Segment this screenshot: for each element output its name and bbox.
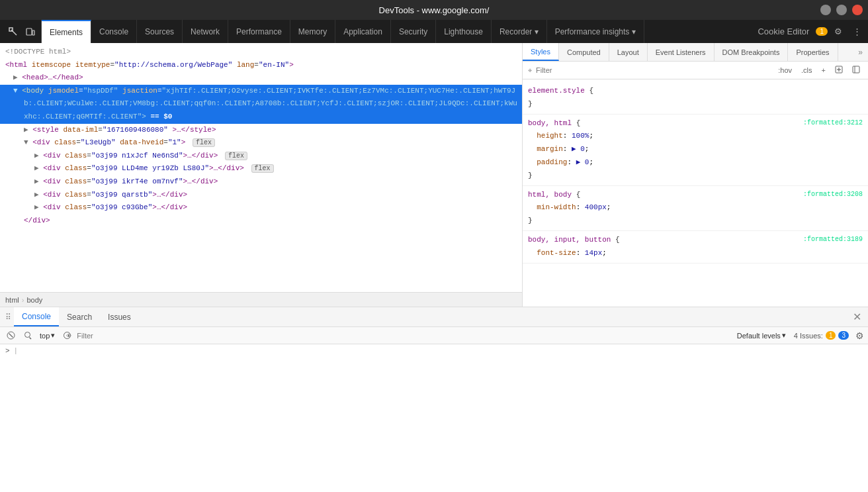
dom-line[interactable]: <!DOCTYPE html>	[0, 46, 522, 59]
tab-console-bottom[interactable]: Console	[14, 307, 59, 326]
dom-line[interactable]: ▼ <div class="L3eUgb" data-hveid="1"> fl…	[0, 136, 522, 150]
titlebar-title: DevTools - www.google.com/	[379, 5, 490, 15]
default-levels-dropdown[interactable]: Default levels ▾	[737, 331, 786, 340]
clear-console-button[interactable]	[4, 330, 18, 341]
tab-application[interactable]: Application	[335, 20, 391, 43]
inspect-element-button[interactable]	[7, 25, 20, 38]
tab-console[interactable]: Console	[91, 20, 137, 43]
hov-button[interactable]: :hov	[775, 65, 795, 75]
dom-line[interactable]: ▶ <div class="o3j99 LLD4me yr19Zb LS80J"…	[0, 162, 522, 175]
main-area: <!DOCTYPE html> <html itemscope itemtype…	[0, 43, 868, 307]
dom-tree[interactable]: <!DOCTYPE html> <html itemscope itemtype…	[0, 43, 522, 292]
info-badge: 3	[838, 331, 849, 340]
topbar: Elements Console Sources Network Perform…	[0, 20, 868, 43]
svg-rect-2	[26, 28, 32, 35]
titlebar: DevTools - www.google.com/ – □ ✕	[0, 0, 868, 20]
styles-tabs-more[interactable]: »	[858, 48, 868, 57]
css-rule-html-body: html, body { :formatted:3208 min-width: …	[523, 186, 868, 231]
cookie-editor-button[interactable]: Cookie Editor	[754, 24, 813, 39]
dom-line[interactable]: ▶ <div class="o3j99 ikrT4e om7nvf">…</di…	[0, 175, 522, 189]
dom-line[interactable]: </div>	[0, 215, 522, 228]
dom-line[interactable]: ▶ <div class="o3j99 c93Gbe">…</div>	[0, 201, 522, 215]
bottom-panel: ⠿ Console Search Issues ✕ top ▾	[0, 307, 868, 492]
css-rule-element-style: element.style { }	[523, 82, 868, 115]
styles-content: element.style { } body, html { :formatte…	[523, 79, 868, 307]
topbar-icon-area	[3, 20, 42, 43]
tab-issues-bottom[interactable]: Issues	[100, 307, 139, 326]
dom-line-continuation-end[interactable]: xhc:.CLIENT;qGMTIf:.CLIENT"> == $0	[0, 111, 522, 124]
svg-rect-3	[32, 30, 34, 35]
drag-handle[interactable]: ⠿	[3, 313, 14, 322]
more-options-button[interactable]: ⋮	[849, 24, 865, 39]
dom-line[interactable]: ▶ <style data-iml="1671609486080" >…</st…	[0, 124, 522, 137]
styles-filter-bar: ⌖ :hov .cls +	[523, 62, 868, 79]
styles-filter-input[interactable]	[536, 66, 771, 74]
svg-line-1	[11, 30, 17, 35]
dom-line-selected[interactable]: ▼ <body jsmodel="hspDDf" jsaction="xjhTI…	[0, 85, 522, 98]
add-style-button[interactable]: +	[819, 65, 828, 75]
styles-tabs: Styles Computed Layout Event Listeners D…	[523, 43, 868, 62]
breadcrumb-body[interactable]: body	[26, 296, 42, 304]
tab-search-bottom[interactable]: Search	[59, 307, 100, 326]
filter-icon: ⌖	[528, 66, 532, 75]
tab-memory[interactable]: Memory	[290, 20, 335, 43]
tab-network[interactable]: Network	[183, 20, 228, 43]
css-rule-body-input-button: body, input, button { :formatted:3189 fo…	[523, 231, 868, 264]
tab-properties[interactable]: Properties	[788, 43, 838, 61]
svg-text:👁: 👁	[66, 333, 71, 339]
css-source-link[interactable]: :formatted:3212	[803, 117, 863, 129]
cls-button[interactable]: .cls	[799, 65, 815, 75]
tab-computed[interactable]: Computed	[559, 43, 609, 61]
issues-summary: 4 Issues: 1 3	[794, 331, 849, 340]
tab-styles[interactable]: Styles	[523, 43, 559, 61]
warn-badge: 1	[826, 331, 836, 340]
css-source-link[interactable]: :formatted:3208	[803, 189, 863, 201]
minimize-button[interactable]: –	[820, 5, 831, 15]
dom-line-continuation[interactable]: b:.CLIENT;WCulWe:.CLIENT;VM8bg:.CLIENT;q…	[0, 97, 522, 111]
tab-event-listeners[interactable]: Event Listeners	[648, 43, 715, 61]
settings-button[interactable]: ⚙	[830, 24, 846, 39]
tab-layout[interactable]: Layout	[609, 43, 648, 61]
new-style-rule-button[interactable]	[832, 64, 846, 76]
dom-line[interactable]: ▶ <div class="o3j99 qarstb">…</div>	[0, 189, 522, 202]
maximize-button[interactable]: □	[836, 5, 847, 15]
titlebar-controls: – □ ✕	[820, 5, 863, 15]
tab-security[interactable]: Security	[391, 20, 436, 43]
css-rule-body-html: body, html { :formatted:3212 height: 100…	[523, 115, 868, 186]
console-content[interactable]: > |	[0, 344, 868, 492]
breadcrumb: html › body	[0, 292, 522, 307]
tab-elements[interactable]: Elements	[42, 20, 91, 43]
close-button[interactable]: ✕	[852, 5, 863, 15]
topbar-right-area: Cookie Editor 1 ⚙ ⋮	[754, 24, 865, 39]
dom-line[interactable]: ▶ <head>…</head>	[0, 72, 522, 85]
tab-recorder[interactable]: Recorder ▾	[492, 20, 547, 43]
console-context-selector[interactable]: top ▾	[37, 330, 58, 341]
css-source-link[interactable]: :formatted:3189	[803, 234, 863, 246]
breadcrumb-html[interactable]: html	[5, 296, 19, 304]
show-console-filter-button[interactable]	[21, 330, 34, 341]
console-settings-button[interactable]: ⚙	[855, 330, 864, 341]
elements-panel: <!DOCTYPE html> <html itemscope itemtype…	[0, 43, 523, 307]
close-drawer-button[interactable]: ✕	[849, 311, 865, 323]
tab-performance[interactable]: Performance	[228, 20, 290, 43]
show-live-expression-button[interactable]: 👁	[60, 330, 74, 341]
console-filter-input[interactable]	[77, 332, 734, 340]
console-toolbar: top ▾ 👁 Default levels ▾ 4 Issues: 1 3 ⚙	[0, 327, 868, 344]
tab-dom-breakpoints[interactable]: DOM Breakpoints	[715, 43, 789, 61]
tab-sources[interactable]: Sources	[137, 20, 183, 43]
svg-point-11	[25, 332, 30, 338]
tab-lighthouse[interactable]: Lighthouse	[436, 20, 492, 43]
styles-panel: Styles Computed Layout Event Listeners D…	[523, 43, 868, 307]
svg-line-10	[9, 334, 13, 338]
svg-rect-7	[853, 66, 859, 73]
toggle-sidebar-button[interactable]	[849, 64, 863, 76]
console-prompt: > |	[5, 347, 18, 355]
tab-performance-insights[interactable]: Performance insights ▾	[547, 20, 644, 43]
dom-line[interactable]: <html itemscope itemtype="http://schema.…	[0, 59, 522, 72]
device-toggle-button[interactable]	[24, 25, 37, 38]
issues-badge[interactable]: 1	[816, 27, 828, 36]
console-tabs: ⠿ Console Search Issues ✕	[0, 307, 868, 327]
svg-line-12	[30, 338, 32, 340]
dom-line[interactable]: ▶ <div class="o3j99 n1xJcf Ne6nSd">…</di…	[0, 150, 522, 163]
